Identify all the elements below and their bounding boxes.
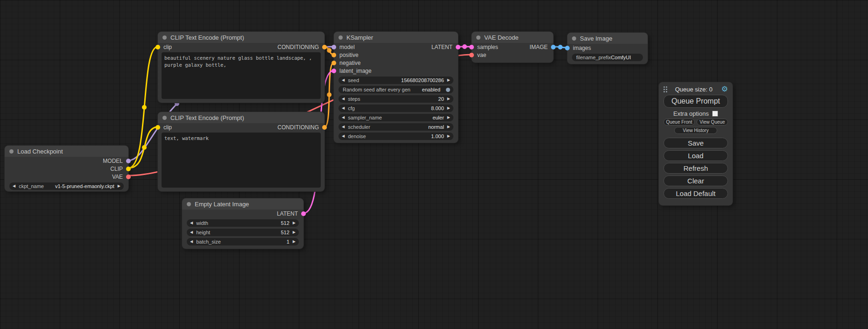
left-arrow-icon[interactable]: ◀ bbox=[342, 125, 345, 129]
slot-label: CLIP bbox=[110, 166, 123, 172]
slot-dot-latent-output[interactable] bbox=[301, 211, 306, 216]
left-arrow-icon[interactable]: ◀ bbox=[342, 134, 345, 138]
collapse-dot-icon[interactable] bbox=[162, 35, 167, 40]
slot-dot-images-input[interactable] bbox=[565, 46, 570, 50]
right-arrow-icon[interactable]: ▶ bbox=[447, 134, 450, 138]
slot-dot-samples-input[interactable] bbox=[469, 45, 474, 49]
widget-ckpt-name[interactable]: ◀ ckpt_name v1-5-pruned-emaonly.ckpt ▶ bbox=[9, 182, 124, 190]
refresh-button[interactable]: Refresh bbox=[663, 163, 728, 174]
collapse-dot-icon[interactable] bbox=[187, 202, 191, 206]
widget-seed[interactable]: ◀ seed 156680208700286 ▶ bbox=[339, 77, 453, 84]
left-arrow-icon[interactable]: ◀ bbox=[190, 240, 193, 244]
drag-handle-icon[interactable] bbox=[663, 86, 665, 88]
view-history-button[interactable]: View History bbox=[674, 127, 717, 134]
node-vae-decode[interactable]: VAE Decode samples IMAGE vae bbox=[472, 32, 553, 63]
node-title: CLIP Text Encode (Prompt) bbox=[170, 114, 244, 121]
node-ksampler[interactable]: KSampler model LATENT positive negative … bbox=[334, 32, 458, 143]
widget-random-seed-toggle[interactable]: Random seed after every gen enabled bbox=[339, 86, 453, 93]
slot-dot-model-input[interactable] bbox=[332, 45, 336, 49]
right-arrow-icon[interactable]: ▶ bbox=[447, 78, 450, 82]
collapse-dot-icon[interactable] bbox=[476, 35, 480, 40]
left-arrow-icon[interactable]: ◀ bbox=[190, 221, 193, 225]
right-arrow-icon[interactable]: ▶ bbox=[293, 221, 296, 225]
node-title-bar[interactable]: Save Image bbox=[567, 33, 648, 44]
slot-dot-clip-output[interactable] bbox=[126, 167, 131, 171]
slot-dot-positive-input[interactable] bbox=[332, 53, 336, 57]
widget-denoise[interactable]: ◀ denoise 1.000 ▶ bbox=[339, 133, 453, 140]
slot-row-samples-image: samples IMAGE bbox=[472, 43, 553, 51]
widget-label: filename_prefix bbox=[576, 55, 611, 60]
slot-dot-model-output[interactable] bbox=[126, 159, 131, 163]
left-arrow-icon[interactable]: ◀ bbox=[342, 106, 345, 110]
slot-label: latent_image bbox=[339, 68, 372, 74]
widget-batch-size[interactable]: ◀ batch_size 1 ▶ bbox=[187, 238, 299, 245]
right-arrow-icon[interactable]: ▶ bbox=[447, 116, 450, 119]
widget-height[interactable]: ◀ height 512 ▶ bbox=[187, 229, 299, 236]
node-empty-latent-image[interactable]: Empty Latent Image LATENT ◀ width 512 ▶ … bbox=[182, 198, 303, 249]
output-slot-model: MODEL bbox=[5, 157, 128, 165]
collapse-dot-icon[interactable] bbox=[339, 35, 343, 40]
node-title: Load Checkpoint bbox=[17, 148, 63, 155]
widget-label: height bbox=[196, 230, 210, 235]
widget-value: 512 bbox=[281, 220, 289, 226]
slot-row: clip CONDITIONING bbox=[158, 123, 325, 131]
left-arrow-icon[interactable]: ◀ bbox=[13, 184, 15, 188]
queue-front-button[interactable]: Queue Front bbox=[663, 119, 695, 126]
slot-dot-image-output[interactable] bbox=[551, 45, 556, 49]
node-title-bar[interactable]: VAE Decode bbox=[472, 32, 553, 43]
load-default-button[interactable]: Load Default bbox=[663, 188, 728, 199]
right-arrow-icon[interactable]: ▶ bbox=[447, 97, 450, 101]
toggle-indicator-icon[interactable] bbox=[446, 88, 450, 92]
widget-value: 8.000 bbox=[431, 105, 444, 111]
collapse-dot-icon[interactable] bbox=[162, 116, 167, 120]
right-arrow-icon[interactable]: ▶ bbox=[293, 240, 296, 244]
clear-button[interactable]: Clear bbox=[663, 175, 728, 186]
negative-prompt-textarea[interactable]: text, watermark bbox=[162, 133, 321, 188]
node-clip-text-encode-negative[interactable]: CLIP Text Encode (Prompt) clip CONDITION… bbox=[158, 112, 325, 191]
left-arrow-icon[interactable]: ◀ bbox=[342, 97, 345, 101]
widget-steps[interactable]: ◀ steps 20 ▶ bbox=[339, 95, 453, 103]
node-title-bar[interactable]: Load Checkpoint bbox=[5, 146, 128, 157]
slot-dot-latent-output[interactable] bbox=[456, 45, 460, 49]
widget-width[interactable]: ◀ width 512 ▶ bbox=[187, 219, 299, 227]
slot-dot-negative-input[interactable] bbox=[332, 61, 336, 65]
slot-dot-clip-input[interactable] bbox=[155, 125, 160, 130]
right-arrow-icon[interactable]: ▶ bbox=[293, 231, 296, 234]
widget-filename-prefix[interactable]: filename_prefix ComfyUI bbox=[572, 54, 643, 61]
widget-sampler-name[interactable]: ◀ sampler_name euler ▶ bbox=[339, 114, 453, 121]
view-queue-button[interactable]: View Queue bbox=[697, 119, 728, 126]
node-load-checkpoint[interactable]: Load Checkpoint MODEL CLIP VAE ◀ ckpt_na… bbox=[5, 146, 128, 191]
node-title-bar[interactable]: CLIP Text Encode (Prompt) bbox=[158, 32, 325, 43]
slot-dot-latent-image-input[interactable] bbox=[332, 69, 336, 73]
left-arrow-icon[interactable]: ◀ bbox=[342, 78, 345, 82]
slot-dot-vae-output[interactable] bbox=[126, 175, 131, 179]
widget-cfg[interactable]: ◀ cfg 8.000 ▶ bbox=[339, 105, 453, 112]
node-save-image[interactable]: Save Image images filename_prefix ComfyU… bbox=[567, 33, 648, 64]
node-title-bar[interactable]: KSampler bbox=[334, 32, 458, 43]
left-arrow-icon[interactable]: ◀ bbox=[342, 116, 345, 119]
collapse-dot-icon[interactable] bbox=[9, 149, 14, 154]
collapse-dot-icon[interactable] bbox=[572, 36, 576, 41]
right-arrow-icon[interactable]: ▶ bbox=[118, 184, 120, 188]
positive-prompt-textarea[interactable]: beautiful scenery nature glass bottle la… bbox=[162, 52, 321, 99]
node-title-bar[interactable]: Empty Latent Image bbox=[182, 198, 303, 210]
slot-dot-clip-input[interactable] bbox=[155, 45, 160, 49]
right-arrow-icon[interactable]: ▶ bbox=[447, 125, 450, 129]
extra-options-checkbox[interactable] bbox=[712, 111, 718, 117]
gear-icon[interactable]: ⚙ bbox=[721, 85, 728, 93]
save-button[interactable]: Save bbox=[663, 138, 728, 148]
widget-value: 1.000 bbox=[431, 133, 444, 139]
node-clip-text-encode-positive[interactable]: CLIP Text Encode (Prompt) clip CONDITION… bbox=[158, 32, 325, 103]
widget-label: sampler_name bbox=[348, 115, 382, 120]
node-title-bar[interactable]: CLIP Text Encode (Prompt) bbox=[158, 112, 325, 123]
slot-dot-vae-input[interactable] bbox=[469, 53, 474, 57]
slot-dot-conditioning-output[interactable] bbox=[322, 125, 327, 130]
widget-scheduler[interactable]: ◀ scheduler normal ▶ bbox=[339, 123, 453, 131]
slot-dot-conditioning-output[interactable] bbox=[322, 45, 327, 49]
queue-prompt-button[interactable]: Queue Prompt bbox=[663, 95, 728, 108]
node-title: Empty Latent Image bbox=[195, 201, 249, 208]
input-slot-latent-image: latent_image bbox=[334, 67, 458, 75]
right-arrow-icon[interactable]: ▶ bbox=[447, 106, 450, 110]
load-button[interactable]: Load bbox=[663, 150, 728, 161]
left-arrow-icon[interactable]: ◀ bbox=[190, 231, 193, 234]
